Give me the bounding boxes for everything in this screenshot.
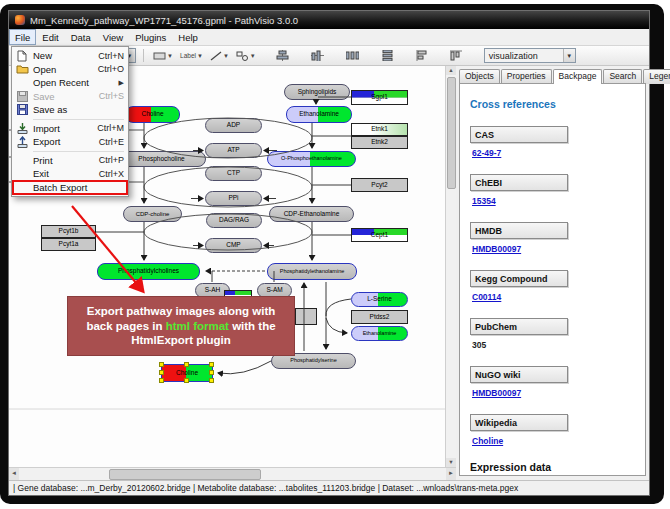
window-title: Mm_Kennedy_pathway_WP1771_45176.gpml - P… (30, 15, 298, 26)
file-menu-item-exit[interactable]: ExitCtrl+X (13, 167, 127, 181)
scrollbar-thumb[interactable] (447, 77, 456, 189)
menu-item-label: Save as (33, 104, 120, 115)
xref-section-pubchem: PubChem305 (470, 318, 637, 350)
align-center-x-icon (276, 50, 289, 61)
menu-data[interactable]: Data (65, 29, 97, 45)
save-as-icon (15, 104, 29, 115)
scroll-up-icon[interactable]: ▲ (446, 66, 456, 75)
xref-link[interactable]: 62-49-7 (472, 148, 637, 158)
menu-item-shortcut: Ctrl+O (98, 64, 124, 74)
shape-tool-icon (236, 51, 249, 61)
distribute-horizontal-icon (346, 50, 359, 61)
tab-properties[interactable]: Properties (501, 69, 552, 84)
visualization-combobox[interactable]: visualization ▼ (484, 48, 576, 63)
xref-value: 305 (472, 340, 637, 350)
new-datanode-button[interactable]: ▼ (151, 50, 175, 62)
status-text: | Gene database: ...m_Derby_20120602.bri… (13, 483, 518, 493)
new-label-button[interactable]: Label ▼ (178, 51, 205, 60)
xref-source-box: CAS (470, 126, 568, 143)
file-menu-item-import[interactable]: ImportCtrl+M (13, 122, 127, 136)
toolbar-separator (143, 49, 144, 62)
save-icon (15, 91, 29, 102)
xref-link[interactable]: 15354 (472, 196, 637, 206)
new-shape-button[interactable]: ▼ (234, 50, 258, 62)
menu-edit[interactable]: Edit (36, 29, 64, 45)
xref-section-chebi: ChEBI15354 (470, 174, 637, 206)
scroll-left-icon[interactable]: ◄ (9, 468, 19, 480)
menu-help[interactable]: Help (172, 29, 204, 45)
file-menu-item-export[interactable]: ExportCtrl+E (13, 135, 127, 149)
menu-plugins[interactable]: Plugins (129, 29, 172, 45)
file-menu-item-new[interactable]: NewCtrl+N (13, 49, 127, 63)
file-menu-item-print[interactable]: PrintCtrl+P (13, 154, 127, 168)
xref-section-kegg-compound: Kegg CompoundC00114 (470, 270, 637, 302)
align-center-x-button[interactable] (274, 49, 291, 62)
submenu-arrow-icon: ▶ (119, 79, 124, 87)
open-folder-icon (15, 64, 29, 75)
menu-item-shortcut: Ctrl+N (98, 51, 124, 61)
menu-separator (33, 119, 124, 120)
file-menu-item-save[interactable]: SaveCtrl+S (13, 90, 127, 104)
blank-icon (15, 77, 29, 88)
line-tool-icon (210, 51, 222, 61)
menu-item-label: Import (33, 123, 93, 134)
xref-section-hmdb: HMDBHMDB00097 (470, 222, 637, 254)
backpage-content: Cross references CAS62-49-7ChEBI15354HMD… (459, 83, 646, 476)
tab-backpage[interactable]: Backpage (553, 69, 603, 84)
new-file-icon (15, 50, 29, 61)
chevron-down-icon[interactable]: ▼ (223, 53, 229, 59)
side-panel: ObjectsPropertiesBackpageSearchLegend Cr… (456, 66, 649, 480)
scroll-right-icon[interactable]: ► (446, 468, 456, 480)
align-center-y-button[interactable] (309, 49, 326, 62)
menu-item-label: Exit (33, 168, 95, 179)
cross-reference-sections: CAS62-49-7ChEBI15354HMDBHMDB00097Kegg Co… (470, 126, 637, 446)
menu-view[interactable]: View (97, 29, 129, 45)
file-menu-item-open[interactable]: OpenCtrl+O (13, 63, 127, 77)
xref-section-wikipedia: WikipediaCholine (470, 414, 637, 446)
distribute-horizontal-button[interactable] (344, 49, 361, 62)
xref-source-box: ChEBI (470, 174, 568, 191)
xref-link[interactable]: HMDB00097 (472, 388, 637, 398)
menu-item-shortcut: Ctrl+M (97, 123, 124, 133)
menu-file[interactable]: File (9, 29, 36, 45)
chevron-down-icon[interactable]: ▼ (250, 53, 256, 59)
callout-highlight: html format (166, 320, 229, 332)
menu-separator (33, 151, 124, 152)
distribute-vertical-button[interactable] (379, 49, 396, 62)
blank-icon (15, 182, 29, 193)
xref-source-box: Wikipedia (470, 414, 568, 431)
menu-item-shortcut: Ctrl+S (99, 91, 124, 101)
tab-legend[interactable]: Legend (643, 69, 670, 84)
new-line-button[interactable]: ▼ (208, 50, 231, 62)
tab-objects[interactable]: Objects (459, 69, 500, 84)
scroll-down-icon[interactable]: ▼ (446, 458, 456, 467)
app-icon (15, 15, 25, 25)
menu-item-label: New (33, 50, 94, 61)
title-bar[interactable]: Mm_Kennedy_pathway_WP1771_45176.gpml - P… (9, 11, 649, 29)
canvas-horizontal-scrollbar[interactable]: ◄ ► (9, 467, 456, 480)
label-tool-icon: Label (180, 52, 196, 59)
scrollbar-thumb[interactable] (109, 469, 261, 480)
canvas-vertical-scrollbar[interactable]: ▲ ▼ (445, 66, 456, 467)
menu-item-label: Save (33, 91, 95, 102)
menu-item-shortcut: Ctrl+E (99, 137, 124, 147)
file-menu-item-save-as[interactable]: Save as (13, 103, 127, 117)
align-left-button[interactable] (414, 49, 430, 62)
chevron-down-icon[interactable]: ▼ (563, 49, 575, 62)
xref-source-box: HMDB (470, 222, 568, 239)
menu-item-label: Print (33, 155, 95, 166)
align-left-icon (416, 50, 428, 61)
xref-link[interactable]: HMDB00097 (472, 244, 637, 254)
tab-search[interactable]: Search (603, 69, 642, 84)
chevron-down-icon[interactable]: ▼ (167, 53, 173, 59)
xref-link[interactable]: Choline (472, 436, 637, 446)
xref-link[interactable]: C00114 (472, 292, 637, 302)
file-menu-item-open-recent[interactable]: Open Recent▶ (13, 76, 127, 90)
chevron-down-icon[interactable]: ▼ (197, 53, 203, 59)
menu-item-label: Open (33, 64, 94, 75)
align-top-button[interactable] (448, 49, 464, 62)
export-icon (15, 136, 29, 147)
file-menu-item-batch-export[interactable]: Batch Export (13, 181, 127, 195)
visualization-value: visualization (489, 51, 538, 61)
blank-icon (15, 155, 29, 166)
